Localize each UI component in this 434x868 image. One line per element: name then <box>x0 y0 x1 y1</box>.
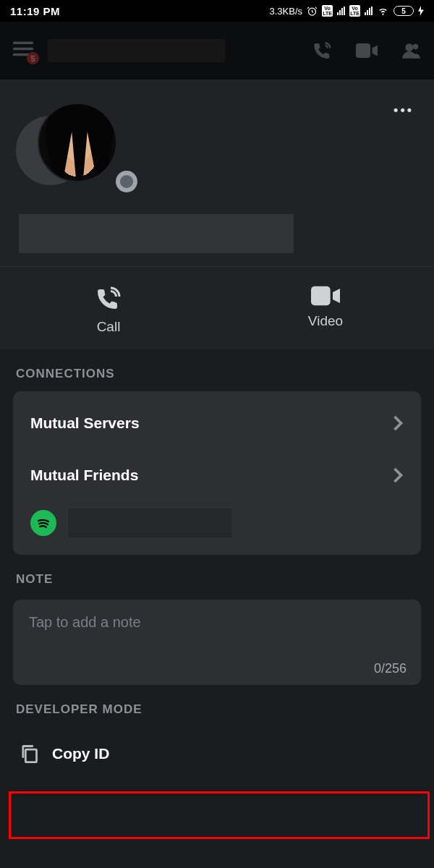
mutual-friends-label: Mutual Friends <box>30 467 138 484</box>
copy-id-button[interactable]: Copy ID <box>0 730 434 778</box>
svg-point-5 <box>405 43 413 51</box>
presence-status-icon <box>116 171 137 192</box>
mutual-servers-label: Mutual Servers <box>30 414 140 432</box>
connections-card: Mutual Servers Mutual Friends <box>13 391 421 555</box>
note-placeholder: Tap to add a note <box>29 614 405 631</box>
call-icon[interactable] <box>312 41 333 61</box>
video-camera-icon <box>311 286 340 306</box>
mutual-servers-row[interactable]: Mutual Servers <box>13 397 421 449</box>
app-header: 5 <box>0 22 434 80</box>
copy-id-label: Copy ID <box>52 745 109 762</box>
video-action-label: Video <box>308 313 343 329</box>
mutual-friends-row[interactable]: Mutual Friends <box>13 449 421 501</box>
charging-icon <box>418 6 424 16</box>
copy-icon <box>19 743 39 765</box>
volte-icon-2: VoLTE <box>349 5 360 17</box>
video-action-button[interactable]: Video <box>217 267 434 349</box>
annotation-highlight <box>9 791 430 839</box>
spotify-icon <box>30 510 56 536</box>
profile-actions: Call Video <box>0 266 434 349</box>
android-status-bar: 11:19 PM 3.3KB/s VoLTE VoLTE 5 <box>0 0 434 22</box>
connections-section-label: CONNECTIONS <box>0 349 434 391</box>
spotify-connection-row[interactable] <box>13 501 421 542</box>
more-options-button[interactable]: ••• <box>393 103 414 118</box>
alarm-icon <box>307 6 318 17</box>
volte-icon-1: VoLTE <box>322 5 333 17</box>
video-icon[interactable] <box>356 43 378 59</box>
svg-rect-4 <box>356 43 370 58</box>
note-input[interactable]: Tap to add a note 0/256 <box>13 600 421 685</box>
developer-mode-section-label: DEVELOPER MODE <box>0 685 434 727</box>
status-time: 11:19 PM <box>10 5 60 17</box>
svg-rect-8 <box>25 749 36 762</box>
network-speed: 3.3KB/s <box>269 6 302 17</box>
call-action-label: Call <box>97 319 121 335</box>
battery-icon: 5 <box>393 6 414 16</box>
notification-badge: 5 <box>27 52 39 64</box>
note-section-label: NOTE <box>0 555 434 597</box>
svg-rect-7 <box>311 286 331 306</box>
menu-button[interactable]: 5 <box>13 41 33 60</box>
spotify-name-redacted <box>68 509 231 537</box>
header-title-redacted <box>48 39 225 62</box>
wifi-icon <box>377 6 389 16</box>
username-redacted <box>19 214 294 253</box>
avatar[interactable] <box>19 103 106 190</box>
svg-rect-2 <box>13 48 33 51</box>
phone-icon <box>95 286 122 312</box>
signal-bars-1 <box>337 7 345 15</box>
chevron-right-icon <box>392 467 404 484</box>
status-right-cluster: 3.3KB/s VoLTE VoLTE 5 <box>269 5 424 17</box>
chevron-right-icon <box>392 414 404 432</box>
profile-header: ••• <box>0 80 434 266</box>
call-action-button[interactable]: Call <box>0 267 217 349</box>
svg-point-6 <box>413 44 419 50</box>
signal-bars-2 <box>365 7 373 15</box>
avatar-image <box>38 103 117 182</box>
svg-rect-1 <box>13 42 33 45</box>
note-char-counter: 0/256 <box>374 661 407 676</box>
members-icon[interactable] <box>401 41 421 60</box>
